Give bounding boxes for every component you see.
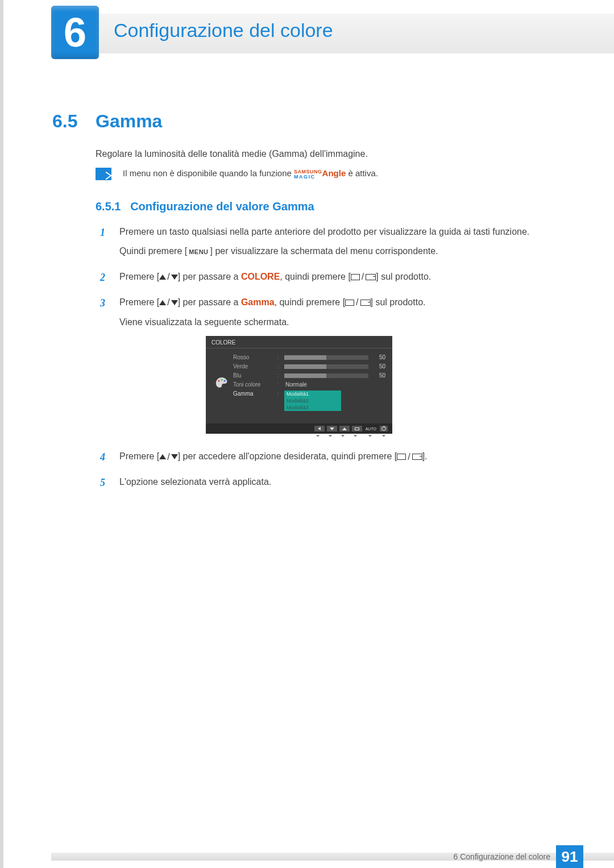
palette-icon <box>214 376 229 389</box>
return-icon <box>366 274 376 280</box>
section-title: Gamma <box>96 111 162 132</box>
updown-icon: / <box>159 269 177 284</box>
s3d: ] sul prodotto. <box>371 297 426 307</box>
triangle-up-icon <box>159 454 166 459</box>
nav-down-icon <box>327 426 337 431</box>
page-footer: 6 Configurazione del colore 91 <box>0 845 614 868</box>
return-icon <box>360 300 371 306</box>
colore-word: COLORE <box>241 272 280 281</box>
magic-bot: MAGIC <box>294 174 316 180</box>
updown-icon: / <box>159 295 177 310</box>
osd-value-toni: Normale <box>284 381 385 388</box>
osd-value-verde: 50 <box>374 363 385 369</box>
osd-slider-rosso: 50 <box>284 354 385 360</box>
nav-back-icon <box>314 426 325 431</box>
note-text: Il menu non è disponibile quando la funz… <box>123 168 378 179</box>
nav-power-icon <box>380 426 388 431</box>
s4b: ] per accedere all'opzione desiderata, q… <box>178 451 397 461</box>
subsection-number: 6.5.1 <box>96 200 121 213</box>
step-number: 1 <box>100 225 109 264</box>
s3c: , quindi premere [ <box>275 297 346 307</box>
s2d: ] sul prodotto. <box>376 272 431 281</box>
return-icon <box>412 454 422 460</box>
note-before: Il menu non è disponibile quando la funz… <box>123 168 294 178</box>
step1-p2b: ] per visualizzare la schermata del menu… <box>210 246 438 256</box>
s2b: ] per passare a <box>178 272 241 281</box>
menu-button-label: MENU <box>187 246 210 258</box>
s3a: Premere [ <box>119 297 159 307</box>
s3b: ] per passare a <box>178 297 241 307</box>
step-number: 3 <box>100 295 109 334</box>
rect-icon <box>397 454 406 460</box>
step1-p2: Quindi premere [MENU] per visualizzare l… <box>119 244 563 259</box>
s2c: , quindi premere [ <box>280 272 351 281</box>
enter-source-icon: / <box>345 295 370 310</box>
step-3: 3 Premere [/] per passare a Gamma, quind… <box>100 295 563 334</box>
svg-point-0 <box>218 380 220 382</box>
osd-title: COLORE <box>206 336 392 348</box>
osd-label-blu: Blu <box>233 372 277 379</box>
step1-p1: Premere un tasto qualsiasi nella parte a… <box>119 225 563 239</box>
step-2: 2 Premere [/] per passare a COLORE, quin… <box>100 269 563 289</box>
chapter-number-badge: 6 <box>51 6 99 59</box>
step-5: 5 L'opzione selezionata verrà applicata. <box>100 475 563 494</box>
nav-tick-row <box>313 435 388 437</box>
osd-value-blu: 50 <box>374 372 385 379</box>
osd-gamma-opt2: Modalità2 <box>284 397 341 404</box>
osd-nav-bar: AUTO <box>206 423 392 434</box>
rect-icon <box>351 274 360 280</box>
enter-source-icon: / <box>397 450 422 464</box>
left-gutter <box>0 0 3 868</box>
subsection-title: Configurazione del valore Gamma <box>130 200 314 213</box>
samsung-magic-logo: SAMSUNG MAGIC <box>294 169 322 180</box>
footer-text: 6 Configurazione del colore <box>454 852 550 861</box>
note-icon <box>96 168 111 180</box>
osd-slider-blu: 50 <box>284 372 385 379</box>
enter-source-icon: / <box>351 269 376 284</box>
osd-menu: COLORE Rosso Verde Blu Toni colore Gamma… <box>206 336 392 434</box>
triangle-up-icon <box>159 275 166 280</box>
step3-p2: Viene visualizzata la seguente schermata… <box>119 315 563 330</box>
triangle-down-icon <box>171 275 178 280</box>
osd-label-rosso: Rosso <box>233 354 277 360</box>
osd-label-gamma: Gamma <box>233 391 277 397</box>
step-number: 4 <box>100 449 109 469</box>
svg-point-1 <box>221 379 223 381</box>
intro-text: Regolare la luminosità delle tonalità me… <box>96 149 368 159</box>
nav-up-icon <box>339 426 350 431</box>
triangle-up-icon <box>159 300 166 305</box>
step5-text: L'opzione selezionata verrà applicata. <box>119 475 563 489</box>
nav-enter-icon <box>352 426 362 431</box>
note-after: è attiva. <box>348 168 378 178</box>
chapter-title: Configurazione del colore <box>114 19 333 41</box>
step-1: 1 Premere un tasto qualsiasi nella parte… <box>100 225 563 264</box>
step-4: 4 Premere [/] per accedere all'opzione d… <box>100 449 563 469</box>
note-row: Il menu non è disponibile quando la funz… <box>96 168 378 180</box>
updown-icon: / <box>159 450 177 464</box>
subsection-heading: 6.5.1 Configurazione del valore Gamma <box>96 200 314 213</box>
s2a: Premere [ <box>119 272 159 281</box>
osd-gamma-dropdown: Modalità1 Modalità2 Modalità3 <box>284 391 341 411</box>
osd-label-toni: Toni colore <box>233 381 277 388</box>
osd-value-rosso: 50 <box>374 354 385 360</box>
osd-gamma-opt1: Modalità1 <box>284 391 341 397</box>
gamma-word: Gamma <box>241 297 275 307</box>
triangle-down-icon <box>171 300 178 305</box>
rect-icon <box>345 300 354 306</box>
osd-label-verde: Verde <box>233 363 277 369</box>
step-number: 5 <box>100 475 109 494</box>
nav-auto-label: AUTO <box>364 426 377 431</box>
step1-p2a: Quindi premere [ <box>119 246 187 256</box>
section-number: 6.5 <box>52 111 77 132</box>
s4c: ]. <box>422 451 428 461</box>
triangle-down-icon <box>171 454 178 459</box>
svg-point-2 <box>224 380 226 382</box>
step-number: 2 <box>100 269 109 289</box>
osd-gamma-opt3: Modalità3 <box>284 404 341 411</box>
s4a: Premere [ <box>119 451 159 461</box>
angle-word: Angle <box>322 168 346 178</box>
osd-slider-verde: 50 <box>284 363 385 369</box>
page-number-badge: 91 <box>556 845 583 868</box>
